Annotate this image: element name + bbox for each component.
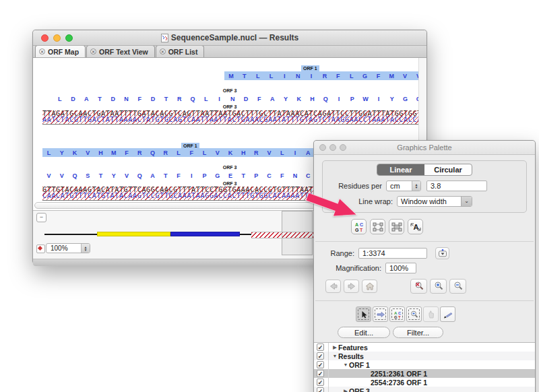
display-option-buttons: A C G T [351,219,535,234]
dashed-selection-icon [375,308,386,320]
disclosure-triangle-icon[interactable]: ▼ [342,362,349,367]
filter-button[interactable]: Filter... [393,327,443,338]
back-button[interactable] [325,280,341,293]
stepper-control[interactable]: ▲▼ [81,244,90,253]
zoom-region-tool-button[interactable] [406,306,422,322]
tree-row-results[interactable]: ✓▼Results [314,352,535,360]
tab-orf-text-view[interactable]: ✕ ORF Text View [86,45,155,57]
collapse-overview-button[interactable]: − [36,213,46,222]
results-tree: ✓▶Features✓▼Results✓▼ORF 1✓2251:2361 ORF… [314,342,535,392]
hand-tool-button[interactable] [423,306,439,322]
residue-letter: I [288,150,301,156]
segment-linear[interactable]: Linear [377,164,424,175]
document-icon [161,34,168,42]
checkbox[interactable]: ✓ [317,387,324,392]
separator [315,241,534,242]
orf3-protein-row[interactable]: VVQSTYVQATFIPGETPCFNC [42,171,315,180]
move-selection-tool-button[interactable] [373,306,388,322]
range-field[interactable]: 1:3374 [358,248,427,259]
zoom-out-icon [453,281,464,292]
residue-letter: Y [55,150,68,156]
results-titlebar[interactable]: SequenceSample.nucl — Results [33,30,426,46]
tree-row-features[interactable]: ✓▶Features [314,343,535,352]
residue-letter: P [346,96,359,102]
checkbox[interactable]: ✓ [317,352,324,360]
residue-letter: M [107,150,120,156]
overview-blue-feature[interactable] [170,232,240,236]
home-button[interactable] [362,280,377,293]
residue-letter: A [266,96,280,102]
edit-button[interactable]: Edit... [338,327,390,338]
checkbox[interactable]: ✓ [317,344,324,351]
overview-mode-icon[interactable] [36,244,45,253]
tab-label: ORF Map [48,48,79,56]
forward-button[interactable] [344,280,359,293]
magnification-label: Magnification: [322,264,381,272]
edit-filter-buttons: Edit... Filter... [338,327,535,338]
disclosure-triangle-icon[interactable]: ▶ [331,345,338,350]
results-tabbar: ✕ ORF Map ✕ ORF Text View ✕ ORF List [33,46,426,58]
residue-letter: E [224,172,236,179]
range-label: Range: [322,249,354,257]
window-title: SequenceSample.nucl — Results [171,33,298,42]
residue-letter: H [237,150,250,156]
zoom-in-icon [433,281,444,292]
tab-orf-list[interactable]: ✕ ORF List [156,45,205,57]
residue-letter: L [198,150,211,156]
residue-letter: I [332,96,346,102]
zoom-out-button[interactable] [449,279,466,294]
residue-letter: N [120,96,133,102]
residue-letter: T [93,96,106,102]
orf1-label: ORF 1 [301,65,319,71]
residue-letter: M [385,73,398,79]
overview-zoom-value: 100% [46,244,81,252]
residue-letter: L [172,150,185,156]
tab-orf-map[interactable]: ✕ ORF Map [35,45,86,57]
residue-letter: D [67,96,80,102]
select-tool-button[interactable] [356,306,371,322]
tab-close-icon[interactable]: ✕ [90,48,96,55]
tab-close-icon[interactable]: ✕ [39,48,45,55]
segment-circular[interactable]: Circular [424,164,472,175]
residue-letter: N [288,172,301,179]
orf1-protein-row[interactable]: MTLLINIRFLGFMVV [224,71,425,80]
recent-ranges-button[interactable] [435,247,449,259]
dna-duplex[interactable]: TTAGATGCAACTGATAATTTTGATACACGTCAGTTAATTA… [42,110,426,125]
residues-unit-value: cm [387,182,412,190]
checkbox[interactable]: ✓ [317,370,324,377]
zoom-reset-button[interactable] [410,279,427,294]
zoom-in-button[interactable] [430,279,447,294]
disclosure-triangle-icon[interactable]: ▼ [331,354,338,358]
residue-letter: I [372,96,385,102]
residue-letter: I [185,172,198,179]
magnification-field[interactable]: 100% [385,263,416,273]
residue-select-tool-button[interactable]: A C G T [389,306,405,322]
marker-pen-icon [443,310,453,319]
orf3-dna-label: ORF 3 [210,181,250,187]
line-wrap-dropdown[interactable]: Window width ⌄ [397,196,472,207]
orf3-protein-row[interactable]: LDATDNFDTRQLINDFAYKHQIPWIYGG [53,94,425,103]
fit-frame-button[interactable] [370,219,385,234]
residue-letter: I [305,73,318,79]
residue-letter: H [94,150,107,156]
tree-row-orf-1[interactable]: ✓▼ORF 1 [314,360,535,369]
overview-zoom-combo[interactable]: 100% ▲▼ [46,243,90,253]
scale-text-button[interactable]: A [408,219,423,234]
tree-row-orf-3[interactable]: ✓▶ORF 3 [314,387,535,392]
stepper-control[interactable]: ▲▼ [412,181,420,191]
tab-label: ORF Text View [99,48,148,56]
checkbox[interactable]: ✓ [317,361,324,368]
tree-row-2251-2361-orf-1[interactable]: ✓2251:2361 ORF 1 [314,369,535,378]
checkbox[interactable]: ✓ [317,379,324,386]
disclosure-triangle-icon[interactable]: ▶ [342,389,349,392]
tree-row-2554-2736-orf-1[interactable]: ✓2554:2736 ORF 1 [314,378,535,387]
residue-letter: R [172,96,186,102]
overview-yellow-feature[interactable] [97,232,170,236]
annotate-tool-button[interactable] [440,306,455,322]
residues-per-field[interactable]: 3.8 [426,181,487,191]
palette-titlebar[interactable]: Graphics Palette [314,141,535,155]
residues-unit-dropdown[interactable]: cm ▲▼ [386,181,421,191]
shrink-frame-button[interactable] [389,219,404,234]
tab-close-icon[interactable]: ✕ [160,48,166,55]
residue-letter: R [250,150,263,156]
